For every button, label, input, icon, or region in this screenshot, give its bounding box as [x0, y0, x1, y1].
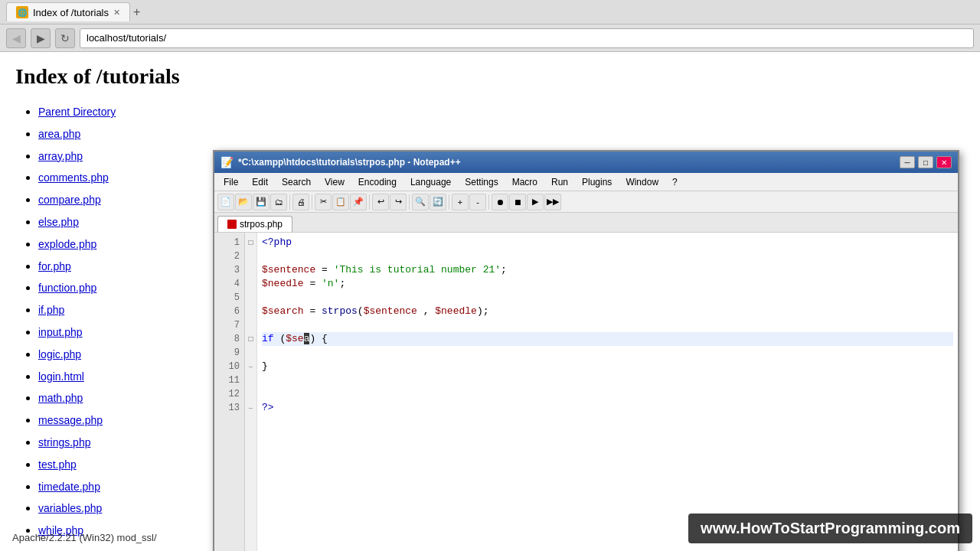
toolbar-sep4 — [409, 194, 410, 210]
code-token: ?> — [262, 402, 274, 413]
npp-tab-strpos[interactable]: strpos.php — [217, 216, 292, 232]
fold-btn-6 — [245, 305, 256, 318]
code-line-9[interactable] — [262, 346, 953, 360]
tool-print[interactable]: 🖨 — [292, 194, 309, 210]
file-link[interactable]: login.html — [38, 370, 84, 383]
file-link[interactable]: compare.php — [38, 194, 101, 206]
tool-copy[interactable]: 📋 — [332, 194, 349, 210]
browser-tab[interactable]: 🌐 Index of /tutorials ✕ — [6, 2, 130, 21]
code-line-10[interactable]: } — [262, 360, 953, 373]
line-num-13: 13 — [214, 401, 244, 415]
code-line-11[interactable] — [262, 373, 953, 387]
code-token: = — [304, 278, 322, 289]
fold-btn-10[interactable]: ─ — [245, 360, 256, 373]
menu-language[interactable]: Language — [404, 175, 457, 189]
code-line-13[interactable]: ?> — [262, 401, 953, 415]
file-link[interactable]: message.php — [38, 414, 103, 426]
line-num-6: 6 — [214, 305, 244, 318]
file-link[interactable]: explode.php — [38, 238, 96, 250]
npp-close-btn[interactable]: ✕ — [936, 156, 952, 168]
nav-refresh-btn[interactable]: ↻ — [55, 28, 75, 48]
code-line-12[interactable] — [262, 387, 953, 401]
menu-run[interactable]: Run — [545, 175, 574, 189]
nav-back-btn[interactable]: ◀ — [6, 28, 26, 48]
code-token: ; — [339, 278, 345, 289]
tab-title: Index of /tutorials — [33, 7, 109, 18]
tool-undo[interactable]: ↩ — [372, 194, 389, 210]
new-tab-btn[interactable]: + — [133, 5, 140, 19]
code-token: ); — [477, 305, 489, 317]
menu-help[interactable]: ? — [666, 175, 684, 189]
code-token: } — [262, 360, 268, 372]
file-link[interactable]: logic.php — [38, 348, 81, 360]
tool-macro-rec[interactable]: ⏺ — [492, 194, 508, 210]
file-link[interactable]: timedate.php — [38, 481, 100, 493]
line-num-4: 4 — [214, 277, 244, 291]
nav-forward-btn[interactable]: ▶ — [31, 28, 51, 48]
file-link[interactable]: comments.php — [38, 171, 109, 184]
code-line-1[interactable]: <?php — [262, 236, 953, 249]
file-link[interactable]: if.php — [38, 304, 64, 316]
code-line-8[interactable]: if ($sea) { — [262, 332, 953, 346]
code-area[interactable]: <?php $sentence = 'This is tutorial numb… — [257, 233, 958, 551]
tab-close-btn[interactable]: ✕ — [113, 8, 120, 18]
npp-maximize-btn[interactable]: □ — [918, 156, 933, 168]
tool-macro-play[interactable]: ▶ — [527, 194, 544, 210]
file-link[interactable]: array.php — [38, 150, 83, 162]
menu-encoding[interactable]: Encoding — [352, 175, 403, 189]
code-token: if — [262, 333, 274, 344]
menu-plugins[interactable]: Plugins — [576, 175, 618, 189]
line-numbers: 1 2 3 4 5 6 7 8 9 10 11 12 13 — [214, 233, 245, 551]
file-link[interactable]: for.php — [38, 260, 71, 272]
tool-saveall[interactable]: 🗂 — [270, 194, 287, 210]
tool-save[interactable]: 💾 — [253, 194, 270, 210]
file-link[interactable]: input.php — [38, 326, 83, 338]
toolbar-sep3 — [369, 194, 370, 210]
npp-titlebar: 📝 *C:\xampp\htdocs\tutorials\strpos.php … — [214, 152, 958, 173]
tool-zoom-in[interactable]: + — [452, 194, 469, 210]
file-link[interactable]: math.php — [38, 392, 83, 404]
menu-file[interactable]: File — [217, 175, 244, 189]
tool-paste[interactable]: 📌 — [350, 194, 367, 210]
menu-macro[interactable]: Macro — [506, 175, 544, 189]
file-link[interactable]: strings.php — [38, 436, 90, 448]
menu-view[interactable]: View — [318, 175, 351, 189]
tool-run[interactable]: ▶▶ — [544, 194, 561, 210]
tool-find[interactable]: 🔍 — [412, 194, 429, 210]
code-line-4[interactable]: $needle = 'n'; — [262, 277, 953, 291]
code-token: , — [417, 305, 435, 317]
menu-window[interactable]: Window — [619, 175, 665, 189]
tool-replace[interactable]: 🔄 — [430, 194, 446, 210]
file-link[interactable]: test.php — [38, 458, 77, 471]
fold-btn-8[interactable]: □ — [245, 332, 256, 346]
file-link[interactable]: Parent Directory — [38, 106, 116, 118]
code-token: $search — [262, 305, 304, 317]
file-link[interactable]: area.php — [38, 128, 80, 140]
tool-macro-stop[interactable]: ⏹ — [509, 194, 526, 210]
code-line-3[interactable]: $sentence = 'This is tutorial number 21'… — [262, 263, 953, 277]
file-link[interactable]: function.php — [38, 282, 96, 294]
code-line-5[interactable] — [262, 291, 953, 305]
code-line-2[interactable] — [262, 249, 953, 263]
npp-editor[interactable]: 1 2 3 4 5 6 7 8 9 10 11 12 13 □ — [214, 233, 958, 551]
file-link[interactable]: variables.php — [38, 502, 102, 514]
code-line-7[interactable] — [262, 318, 953, 332]
menu-search[interactable]: Search — [276, 175, 317, 189]
tool-new[interactable]: 📄 — [217, 194, 234, 210]
file-link[interactable]: else.php — [38, 216, 79, 228]
menu-settings[interactable]: Settings — [459, 175, 504, 189]
fold-btn-3 — [245, 263, 256, 277]
menu-edit[interactable]: Edit — [246, 175, 274, 189]
tool-open[interactable]: 📂 — [235, 194, 252, 210]
line-num-5: 5 — [214, 291, 244, 305]
npp-minimize-btn[interactable]: ─ — [900, 156, 915, 168]
fold-btn-13[interactable]: ─ — [245, 401, 256, 415]
code-line-6[interactable]: $search = strpos($sentence , $needle); — [262, 305, 953, 318]
address-bar[interactable] — [80, 28, 974, 48]
list-item: area.php — [38, 123, 965, 145]
fold-btn-1[interactable]: □ — [245, 236, 256, 249]
tool-zoom-out[interactable]: - — [469, 194, 486, 210]
tool-cut[interactable]: ✂ — [315, 194, 332, 210]
tool-redo[interactable]: ↪ — [390, 194, 407, 210]
toolbar-sep1 — [289, 194, 290, 210]
